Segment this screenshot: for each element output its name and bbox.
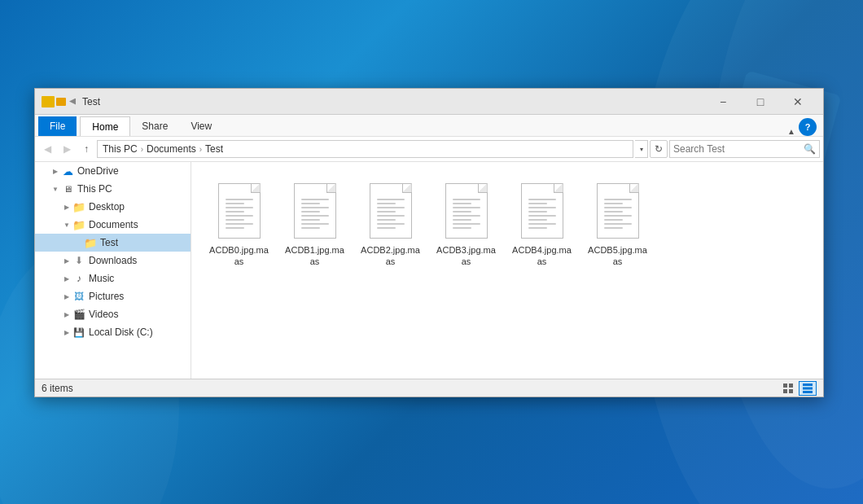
tab-view[interactable]: View: [179, 116, 223, 136]
file-doc-icon-3: [442, 180, 491, 241]
file-icons-grid: ACDB0.jpg.maas: [198, 169, 817, 279]
file-item-4[interactable]: ACDB4.jpg.maas: [507, 175, 576, 273]
doc-line: [226, 199, 253, 200]
doc-lines-0: [226, 199, 253, 231]
address-dropdown[interactable]: ▾: [635, 140, 648, 158]
view-list-button[interactable]: [779, 381, 797, 396]
title-bar-icons: [42, 96, 76, 107]
svg-rect-10: [803, 387, 813, 389]
window-title: Test: [82, 96, 704, 107]
doc-line: [226, 219, 245, 221]
breadcrumb-thispc[interactable]: This PC: [103, 143, 138, 155]
doc-line: [453, 199, 480, 200]
doc-line: [604, 215, 632, 217]
music-icon: ♪: [72, 272, 85, 285]
help-button[interactable]: ?: [799, 118, 817, 136]
svg-rect-8: [789, 389, 793, 393]
expand-music[interactable]: ▶: [61, 273, 72, 284]
doc-fold-cover-0: [251, 183, 261, 193]
onedrive-icon: ☁: [61, 164, 74, 177]
folder-icon-large: [42, 96, 55, 107]
expand-onedrive[interactable]: ▶: [50, 165, 61, 177]
status-bar: 6 items: [35, 379, 823, 397]
doc-line: [453, 203, 472, 204]
sidebar-item-documents[interactable]: ▼ 📁 Documents: [35, 216, 191, 234]
sidebar-item-test[interactable]: 📁 Test: [35, 234, 191, 252]
expand-test: [72, 237, 84, 248]
doc-line: [377, 207, 405, 208]
doc-lines-2: [377, 199, 405, 231]
expand-downloads[interactable]: ▶: [61, 255, 72, 266]
sidebar-item-pictures[interactable]: ▶ 🖼 Pictures: [35, 287, 191, 305]
sidebar-item-onedrive[interactable]: ▶ ☁ OneDrive: [35, 162, 191, 180]
tab-home[interactable]: Home: [80, 116, 130, 136]
file-item-2[interactable]: ACDB2.jpg.maas: [356, 175, 425, 273]
up-button[interactable]: ↑: [77, 140, 95, 158]
search-input[interactable]: [673, 143, 800, 155]
doc-line: [301, 203, 321, 204]
sidebar-item-thispc[interactable]: ▼ 🖥 This PC: [35, 180, 191, 198]
file-item-3[interactable]: ACDB3.jpg.maas: [432, 175, 501, 273]
doc-line: [528, 207, 556, 208]
downloads-icon: ⬇: [72, 254, 85, 267]
refresh-button[interactable]: ↻: [650, 140, 668, 158]
file-item-0[interactable]: ACDB0.jpg.maas: [204, 175, 274, 273]
file-item-5[interactable]: ACDB5.jpg.maas: [583, 175, 652, 273]
ribbon: File Home Share View ▲ ?: [35, 115, 823, 136]
sidebar-item-videos[interactable]: ▶ 🎬 Videos: [35, 305, 191, 323]
maximize-button[interactable]: □: [742, 89, 779, 115]
sidebar-item-localdisk[interactable]: ▶ 💾 Local Disk (C:): [35, 323, 191, 341]
search-icon[interactable]: 🔍: [804, 143, 816, 155]
back-button[interactable]: ◀: [38, 140, 56, 158]
doc-line: [301, 223, 329, 225]
breadcrumb-test[interactable]: Test: [205, 143, 223, 155]
file-name-5: ACDB5.jpg.maas: [586, 244, 649, 268]
documents-icon: 📁: [72, 218, 85, 231]
minimize-button[interactable]: −: [704, 89, 742, 115]
sidebar-item-music[interactable]: ▶ ♪ Music: [35, 270, 191, 287]
window-controls: − □ ✕: [704, 89, 817, 115]
expand-videos[interactable]: ▶: [61, 309, 72, 320]
tab-share[interactable]: Share: [130, 116, 179, 136]
close-button[interactable]: ✕: [779, 89, 817, 115]
sidebar-item-desktop[interactable]: ▶ 📁 Desktop: [35, 198, 191, 216]
doc-line: [453, 207, 480, 208]
tab-file[interactable]: File: [38, 116, 77, 136]
doc-line: [604, 207, 632, 208]
file-doc-icon-0: [215, 180, 264, 241]
doc-line: [377, 215, 405, 217]
doc-line: [453, 219, 472, 221]
expand-documents[interactable]: ▼: [61, 219, 72, 230]
forward-button[interactable]: ▶: [58, 140, 76, 158]
doc-line: [301, 219, 321, 221]
search-box[interactable]: 🔍: [669, 140, 820, 158]
sidebar-label-test: Test: [100, 237, 118, 248]
breadcrumb-documents[interactable]: Documents: [147, 143, 196, 155]
expand-pictures[interactable]: ▶: [61, 291, 72, 302]
doc-line: [604, 227, 624, 229]
file-name-1: ACDB1.jpg.maas: [283, 244, 346, 268]
file-item-1[interactable]: ACDB1.jpg.maas: [280, 175, 349, 273]
svg-rect-7: [783, 389, 787, 393]
file-doc-icon-2: [366, 180, 415, 241]
main-area: ▶ ☁ OneDrive ▼ 🖥 This PC ▶ 📁 Desktop ▼ 📁…: [35, 162, 823, 379]
address-bar[interactable]: This PC › Documents › Test: [97, 140, 633, 158]
expand-thispc[interactable]: ▼: [50, 183, 61, 195]
doc-line: [377, 211, 396, 213]
doc-fold-cover-3: [478, 183, 488, 193]
pictures-icon: 🖼: [72, 290, 85, 303]
doc-fold-cover-1: [326, 183, 336, 193]
doc-line: [301, 227, 321, 229]
sidebar-item-downloads[interactable]: ▶ ⬇ Downloads: [35, 252, 191, 270]
doc-line: [528, 215, 556, 217]
ribbon-collapse[interactable]: ▲: [787, 127, 795, 136]
expand-localdisk[interactable]: ▶: [61, 327, 72, 338]
svg-rect-6: [789, 383, 793, 388]
breadcrumb-sep-2: ›: [199, 145, 202, 154]
svg-rect-5: [783, 383, 787, 388]
breadcrumb: This PC › Documents › Test: [103, 143, 223, 155]
expand-desktop[interactable]: ▶: [61, 201, 72, 213]
view-detail-button[interactable]: [799, 381, 817, 396]
svg-rect-9: [803, 383, 813, 386]
doc-lines-5: [604, 199, 632, 231]
